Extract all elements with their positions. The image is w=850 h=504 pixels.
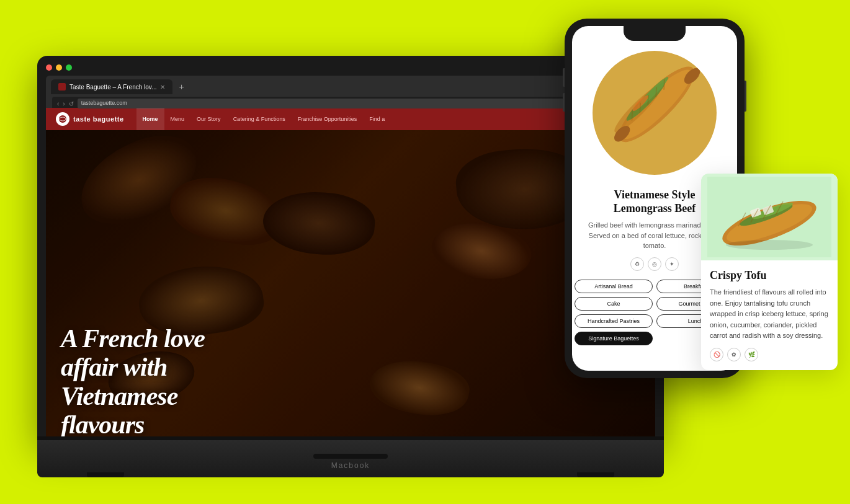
category-cake[interactable]: Cake <box>575 297 653 311</box>
site-logo[interactable]: taste baguette <box>56 112 124 126</box>
hero-line-3: Vietnamese <box>61 382 205 410</box>
product-card-description: The friendliest of flavours all rolled i… <box>710 287 829 342</box>
product-card-dietary-icons: 🚫 ✿ 🌿 <box>710 348 829 361</box>
laptop-brand-label: Macbook <box>331 461 370 470</box>
browser-tab-active[interactable]: Taste Baguette – A French lov... ✕ <box>51 79 172 94</box>
laptop-base: Macbook <box>37 440 664 477</box>
website-content: taste baguette Home Menu Our Story Cater… <box>46 108 655 451</box>
phone-notch <box>624 26 686 41</box>
tab-favicon <box>58 83 66 91</box>
dietary-icon-3: ✦ <box>665 257 679 271</box>
hero-line-1: A French love <box>61 324 205 353</box>
hero-line-4: flavours <box>61 410 205 439</box>
product-card-image <box>701 174 838 260</box>
category-signature-baguettes[interactable]: Signature Baguettes <box>575 332 653 345</box>
laptop-base-indent <box>313 454 388 459</box>
product-icon-2: ✿ <box>727 348 741 361</box>
nav-link-our-story[interactable]: Our Story <box>190 108 227 130</box>
reload-button[interactable]: ↺ <box>69 100 74 107</box>
product-icon-3: 🌿 <box>745 348 758 361</box>
dietary-icon-2: ◎ <box>648 257 661 271</box>
traffic-light-yellow[interactable] <box>56 64 62 71</box>
category-handcrafted-pastries[interactable]: Handcrafted Pastries <box>575 314 653 328</box>
food-image-container <box>572 45 737 182</box>
food-title-line2: Lemongrass Beef <box>614 202 696 214</box>
tab-close-icon[interactable]: ✕ <box>160 84 165 91</box>
hero-line-2: affair with <box>61 353 205 381</box>
svg-point-26 <box>726 240 813 250</box>
svg-point-0 <box>59 115 66 123</box>
logo-icon <box>56 112 69 126</box>
back-button[interactable]: ‹ <box>57 100 59 107</box>
forward-button[interactable]: › <box>63 100 65 107</box>
logo-text: taste baguette <box>73 115 124 123</box>
category-artisanal-bread[interactable]: Artisanal Bread <box>575 280 653 293</box>
product-card-title: Crispy Tofu <box>710 269 829 282</box>
hero-section: A French love affair with Vietnamese fla… <box>46 130 655 451</box>
nav-link-franchise[interactable]: Franchise Opportunities <box>292 108 364 130</box>
phone-side-button[interactable] <box>745 81 746 112</box>
browser-tab-bar: Taste Baguette – A French lov... ✕ + <box>51 79 650 94</box>
nav-link-menu[interactable]: Menu <box>164 108 191 130</box>
dietary-icon-1: ♻ <box>630 257 644 271</box>
traffic-light-green[interactable] <box>66 64 72 71</box>
product-card-body: Crispy Tofu The friendliest of flavours … <box>701 260 838 370</box>
tab-title: Taste Baguette – A French lov... <box>69 84 156 91</box>
food-title-line1: Vietnamese Style <box>614 188 696 201</box>
laptop-foot-left <box>87 472 124 477</box>
laptop-foot-right <box>577 472 614 477</box>
traffic-light-red[interactable] <box>46 64 52 71</box>
product-icon-1: 🚫 <box>710 348 723 361</box>
nav-link-catering[interactable]: Catering & Functions <box>227 108 292 130</box>
new-tab-button[interactable]: + <box>175 82 187 92</box>
product-card: Crispy Tofu The friendliest of flavours … <box>701 174 838 370</box>
baguette-svg <box>593 51 717 170</box>
nav-link-find[interactable]: Find a <box>363 108 391 130</box>
url-bar[interactable]: tastebaguette.com <box>78 99 620 108</box>
food-circle <box>593 51 717 175</box>
hero-text: A French love affair with Vietnamese fla… <box>61 324 205 439</box>
nav-link-home[interactable]: Home <box>136 108 164 130</box>
crispy-tofu-image <box>704 177 834 257</box>
phone-volume-down[interactable] <box>563 93 565 112</box>
phone-volume-up[interactable] <box>563 68 565 87</box>
